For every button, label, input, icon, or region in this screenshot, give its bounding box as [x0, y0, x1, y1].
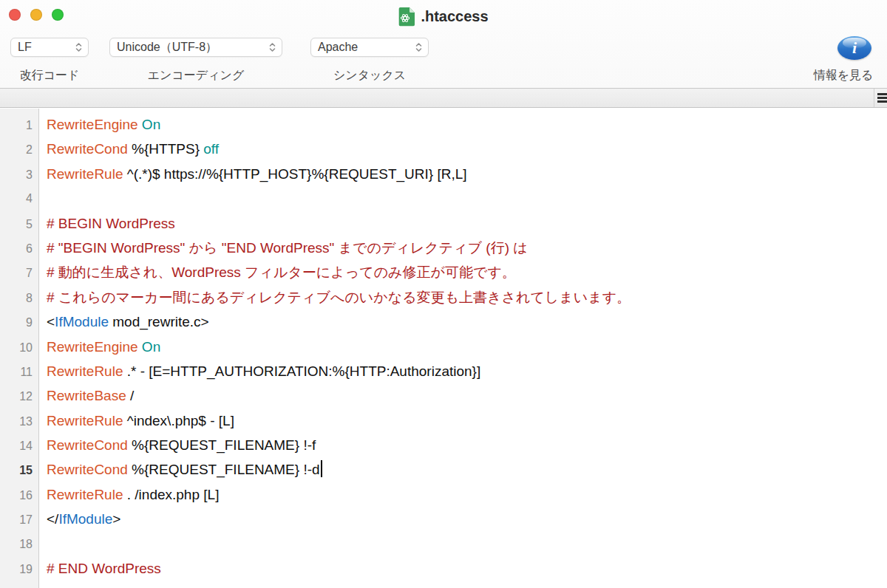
encoding-label: エンコーディング	[109, 68, 282, 83]
code-content: RewriteRule . /index.php [L]	[38, 482, 219, 507]
code-content: RewriteRule ^index\.php$ - [L]	[38, 408, 234, 433]
outline-list-icon	[877, 93, 887, 103]
code-content: RewriteEngine On	[38, 112, 160, 137]
code-line[interactable]: 8# これらのマーカー間にあるディレクティブへのいかなる変更も上書きされてしまい…	[0, 285, 887, 310]
code-content: RewriteBase /	[38, 383, 134, 408]
outline-menu-button[interactable]	[874, 89, 887, 107]
text-caret	[321, 460, 322, 477]
code-line[interactable]: 18	[0, 532, 887, 556]
line-number[interactable]: 9	[0, 310, 38, 335]
code-line[interactable]: 19# END WordPress	[0, 556, 887, 581]
window-title-area: .htaccess	[0, 4, 887, 28]
chevron-up-down-icon	[75, 41, 83, 53]
code-content: # "BEGIN WordPress" から "END WordPress" ま…	[38, 236, 528, 260]
text-editor[interactable]: 1RewriteEngine On2RewriteCond %{HTTPS} o…	[0, 109, 887, 588]
info-label: 情報を見る	[803, 68, 884, 83]
code-line[interactable]: 16RewriteRule . /index.php [L]	[0, 482, 887, 507]
encoding-value: Unicode（UTF-8）	[117, 40, 217, 55]
line-number[interactable]: 18	[0, 532, 38, 556]
line-number[interactable]: 7	[0, 261, 38, 285]
navigation-bar	[0, 89, 887, 108]
code-content: # これらのマーカー間にあるディレクティブへのいかなる変更も上書きされてしまいま…	[38, 285, 631, 310]
line-number[interactable]: 19	[0, 557, 38, 581]
info-button[interactable]: i	[837, 36, 871, 60]
line-number[interactable]: 12	[0, 384, 38, 408]
code-line[interactable]: 17</IfModule>	[0, 507, 887, 531]
info-icon: i	[852, 40, 857, 56]
code-line[interactable]: 4	[0, 186, 887, 211]
encoding-popup[interactable]: Unicode（UTF-8）	[109, 38, 282, 57]
document-icon	[398, 7, 415, 27]
code-content: RewriteCond %{HTTPS} off	[38, 137, 219, 161]
line-ending-popup[interactable]: LF	[10, 38, 89, 57]
line-number[interactable]: 14	[0, 434, 38, 458]
line-number[interactable]: 13	[0, 409, 38, 434]
line-number[interactable]: 11	[0, 360, 38, 384]
code-line[interactable]: 20	[0, 581, 887, 588]
code-line[interactable]: 7# 動的に生成され、WordPress フィルターによってのみ修正が可能です。	[0, 260, 887, 284]
line-ending-value: LF	[18, 41, 32, 54]
code-content: # 動的に生成され、WordPress フィルターによってのみ修正が可能です。	[38, 260, 516, 284]
syntax-popup[interactable]: Apache	[310, 38, 429, 57]
line-number[interactable]: 16	[0, 483, 38, 507]
chevron-up-down-icon	[268, 41, 276, 53]
code-line[interactable]: 13RewriteRule ^index\.php$ - [L]	[0, 408, 887, 433]
line-ending-label: 改行コード	[10, 68, 89, 83]
code-line[interactable]: 3RewriteRule ^(.*)$ https://%{HTTP_HOST}…	[0, 162, 887, 186]
line-number[interactable]: 6	[0, 236, 38, 261]
code-line[interactable]: 2RewriteCond %{HTTPS} off	[0, 137, 887, 161]
code-line[interactable]: 14RewriteCond %{REQUEST_FILENAME} !-f	[0, 433, 887, 457]
code-content: RewriteCond %{REQUEST_FILENAME} !-d	[38, 457, 322, 482]
toolbar: LF Unicode（UTF-8） Apache 改行コード エンコーディング …	[0, 33, 887, 89]
code-line[interactable]: 1RewriteEngine On	[0, 112, 887, 137]
window-title: .htaccess	[421, 8, 488, 25]
line-number[interactable]: 3	[0, 163, 38, 187]
code-content: RewriteCond %{REQUEST_FILENAME} !-f	[38, 433, 316, 457]
code-content: RewriteRule .* - [E=HTTP_AUTHORIZATION:%…	[38, 359, 480, 383]
window-header: .htaccess LF Unicode（UTF-8） Apache 改行コード…	[0, 0, 887, 89]
code-line[interactable]: 15RewriteCond %{REQUEST_FILENAME} !-d	[0, 457, 887, 482]
code-line[interactable]: 10RewriteEngine On	[0, 335, 887, 359]
code-content: RewriteRule ^(.*)$ https://%{HTTP_HOST}%…	[38, 162, 467, 186]
line-number[interactable]: 15	[0, 458, 38, 482]
line-number[interactable]: 1	[0, 113, 38, 137]
code-content: </IfModule>	[38, 507, 120, 531]
line-number[interactable]: 8	[0, 286, 38, 310]
code-content: RewriteEngine On	[38, 335, 160, 359]
code-line[interactable]: 6# "BEGIN WordPress" から "END WordPress" …	[0, 236, 887, 260]
line-number[interactable]: 2	[0, 137, 38, 162]
code-content: <IfModule mod_rewrite.c>	[38, 310, 209, 334]
code-line[interactable]: 12RewriteBase /	[0, 383, 887, 408]
code-lines: 1RewriteEngine On2RewriteCond %{HTTPS} o…	[0, 109, 887, 588]
syntax-label: シンタックス	[310, 68, 429, 83]
code-content: # END WordPress	[38, 556, 161, 581]
code-line[interactable]: 5# BEGIN WordPress	[0, 211, 887, 236]
chevron-up-down-icon	[415, 41, 423, 53]
line-number[interactable]: 20	[0, 581, 38, 588]
line-number[interactable]: 5	[0, 212, 38, 236]
code-content: # BEGIN WordPress	[38, 211, 175, 236]
line-number[interactable]: 10	[0, 335, 38, 360]
code-line[interactable]: 9<IfModule mod_rewrite.c>	[0, 310, 887, 334]
code-line[interactable]: 11RewriteRule .* - [E=HTTP_AUTHORIZATION…	[0, 359, 887, 383]
line-number[interactable]: 17	[0, 507, 38, 532]
syntax-value: Apache	[318, 41, 358, 54]
line-number[interactable]: 4	[0, 186, 38, 211]
